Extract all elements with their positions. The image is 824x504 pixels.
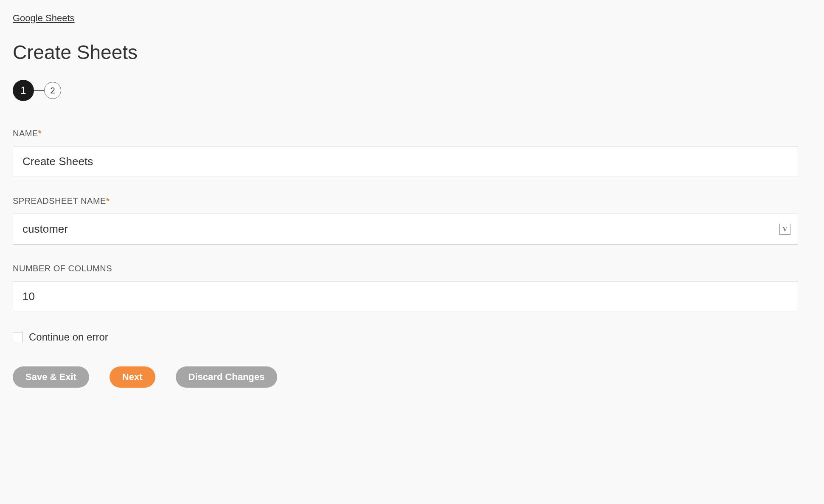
next-button[interactable]: Next [110,366,155,388]
number-of-columns-field-group: NUMBER OF COLUMNS [13,264,811,312]
spreadsheet-name-field-group: SPREADSHEET NAME* V [13,196,811,245]
step-2[interactable]: 2 [44,82,61,99]
page-title: Create Sheets [13,41,811,64]
save-exit-button[interactable]: Save & Exit [13,366,89,388]
discard-changes-button[interactable]: Discard Changes [176,366,278,388]
required-mark: * [38,129,42,138]
continue-on-error-label: Continue on error [29,331,108,343]
stepper: 1 2 [13,80,811,101]
step-1[interactable]: 1 [13,80,34,101]
continue-on-error-checkbox[interactable] [13,332,23,342]
breadcrumb-parent[interactable]: Google Sheets [13,13,75,24]
step-connector [34,90,44,91]
spreadsheet-name-label: SPREADSHEET NAME* [13,196,811,206]
name-label: NAME* [13,129,811,138]
spreadsheet-name-input[interactable] [13,214,798,245]
action-buttons: Save & Exit Next Discard Changes [13,366,811,388]
number-of-columns-label: NUMBER OF COLUMNS [13,264,811,273]
name-input[interactable] [13,146,798,177]
name-field-group: NAME* [13,129,811,177]
variable-icon[interactable]: V [779,224,790,235]
continue-on-error-row: Continue on error [13,331,811,343]
required-mark: * [106,196,110,206]
number-of-columns-input[interactable] [13,281,798,312]
